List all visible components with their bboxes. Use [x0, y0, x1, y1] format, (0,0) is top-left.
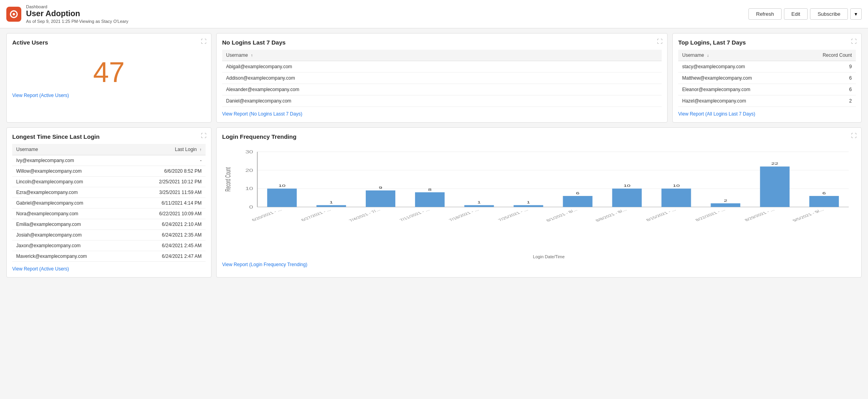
svg-text:2: 2	[724, 198, 727, 202]
table-row: Jaxon@examplecompany.com6/24/2021 2:45 A…	[12, 241, 206, 251]
sort-asc-icon: ↑	[251, 53, 253, 58]
svg-rect-31	[612, 188, 642, 207]
top-logins-expand-icon[interactable]: ⛶	[851, 38, 857, 45]
svg-text:7/11/2021 - ...: 7/11/2021 - ...	[398, 208, 430, 222]
page-title: User Adoption	[26, 9, 748, 18]
sort-desc-icon: ↓	[707, 53, 709, 58]
table-row: Emilia@examplecompany.com6/24/2021 2:10 …	[12, 219, 206, 230]
table-row: Matthew@examplecompany.com6	[678, 73, 856, 84]
table-row: stacy@examplecompany.com9	[678, 61, 856, 73]
top-logins-col-username: Username ↓	[678, 50, 798, 61]
top-logins-view-report[interactable]: View Report (All Logins Last 7 Days)	[678, 111, 755, 117]
svg-text:1: 1	[477, 200, 481, 204]
no-logins-table: Username ↑ Abigail@examplecompany.comAdd…	[222, 50, 662, 107]
login-frequency-title: Login Frequency Trending	[222, 133, 856, 140]
svg-rect-10	[267, 188, 297, 207]
top-logins-title: Top Logins, Last 7 Days	[678, 39, 856, 46]
svg-text:6/27/2021 - ...: 6/27/2021 - ...	[300, 208, 332, 222]
active-users-view-report[interactable]: View Report (Active Users)	[12, 93, 69, 98]
svg-text:20: 20	[245, 168, 253, 173]
table-row: Gabriel@examplecompany.com6/11/2021 4:14…	[12, 198, 206, 209]
longest-login-table: Username Last Login ↑ Ivy@examplecompany…	[12, 144, 206, 262]
no-logins-view-report[interactable]: View Report (No Logins Lasst 7 Days)	[222, 111, 302, 117]
logo-icon	[10, 10, 18, 18]
table-row: Ezra@examplecompany.com3/25/2021 11:59 A…	[12, 187, 206, 198]
svg-rect-40	[760, 166, 789, 207]
table-row: Nora@examplecompany.com6/22/2021 10:09 A…	[12, 209, 206, 219]
svg-text:7/25/2021 - ...: 7/25/2021 - ...	[497, 208, 529, 222]
subscribe-button[interactable]: Subscribe	[810, 8, 848, 20]
table-row: Addison@examplecompany.com	[222, 73, 662, 84]
no-logins-col-username: Username ↑	[222, 50, 662, 61]
svg-text:7/4/2021 - 7/...: 7/4/2021 - 7/...	[348, 208, 381, 222]
table-row: Alexander@examplecompany.com	[222, 84, 662, 95]
top-logins-card: Top Logins, Last 7 Days ⛶ Username ↓ Rec…	[672, 33, 862, 123]
svg-text:9/5/2021 - 9/...: 9/5/2021 - 9/...	[791, 208, 825, 222]
svg-rect-28	[563, 196, 593, 207]
edit-button[interactable]: Edit	[784, 8, 808, 20]
svg-text:9: 9	[379, 186, 382, 190]
longest-login-expand-icon[interactable]: ⛶	[201, 132, 206, 139]
svg-rect-13	[316, 205, 346, 207]
svg-rect-25	[514, 205, 543, 207]
svg-text:10: 10	[245, 186, 253, 191]
header: Dashboard User Adoption As of Sep 9, 202…	[0, 0, 868, 28]
table-row: Abigail@examplecompany.com	[222, 61, 662, 73]
last-login-sort-icon: ↑	[200, 147, 202, 152]
longest-login-card: Longest Time Since Last Login ⛶ Username…	[6, 127, 211, 278]
svg-text:10: 10	[623, 184, 630, 188]
app-logo	[6, 7, 21, 22]
longest-view-report[interactable]: View Report (Active Users)	[12, 266, 69, 272]
svg-text:1: 1	[527, 200, 530, 204]
svg-rect-16	[366, 190, 395, 207]
login-frequency-card: Login Frequency Trending ⛶ 0102030Record…	[216, 127, 862, 278]
svg-text:Record Count: Record Count	[224, 167, 232, 192]
table-row: Lincoln@examplecompany.com2/25/2021 10:1…	[12, 177, 206, 187]
active-users-count: 47	[12, 50, 206, 92]
table-row: Daniel@examplecompany.com	[222, 95, 662, 107]
svg-text:30: 30	[245, 150, 253, 154]
refresh-button[interactable]: Refresh	[748, 8, 782, 20]
table-row: Ivy@examplecompany.com-	[12, 155, 206, 166]
svg-text:8/15/2021 - ...: 8/15/2021 - ...	[645, 208, 677, 222]
dashboard-label: Dashboard	[26, 4, 748, 9]
header-title-block: Dashboard User Adoption As of Sep 9, 202…	[26, 4, 748, 24]
top-logins-table: Username ↓ Record Count stacy@examplecom…	[678, 50, 856, 107]
top-logins-col-count: Record Count	[798, 50, 856, 61]
svg-text:6: 6	[822, 191, 826, 195]
login-freq-expand-icon[interactable]: ⛶	[851, 132, 857, 139]
svg-text:10: 10	[279, 184, 286, 188]
svg-text:7/18/2021 - ...: 7/18/2021 - ...	[448, 208, 480, 222]
svg-rect-34	[661, 188, 691, 207]
no-logins-card: No Logins Last 7 Days ⛶ Username ↑ Abiga…	[216, 33, 668, 123]
active-users-expand-icon[interactable]: ⛶	[201, 38, 206, 45]
chart-x-axis-label: Login Date/Time	[242, 254, 856, 259]
svg-rect-43	[809, 196, 839, 207]
svg-rect-19	[415, 192, 445, 207]
svg-text:6: 6	[576, 191, 580, 195]
no-logins-expand-icon[interactable]: ⛶	[657, 38, 662, 45]
dropdown-button[interactable]: ▾	[850, 8, 862, 20]
header-subtitle: As of Sep 9, 2021 1:25 PM·Viewing as Sta…	[26, 19, 748, 24]
table-row: Willow@examplecompany.com6/6/2020 8:52 P…	[12, 166, 206, 177]
table-row: Eleanor@examplecompany.com6	[678, 84, 856, 95]
login-frequency-chart: 0102030Record Count106/20/2021 - ...16/2…	[222, 144, 856, 231]
main-content: Active Users ⛶ 47 View Report (Active Us…	[0, 28, 868, 282]
active-users-title: Active Users	[12, 39, 206, 46]
svg-text:0: 0	[249, 205, 253, 209]
longest-col-username: Username	[12, 144, 130, 155]
longest-col-last-login: Last Login ↑	[130, 144, 206, 155]
table-row: Josiah@examplecompany.com6/24/2021 2:35 …	[12, 230, 206, 241]
chart-container: 0102030Record Count106/20/2021 - ...16/2…	[222, 144, 856, 239]
login-freq-view-report[interactable]: View Report (Login Frequency Trending)	[222, 262, 307, 267]
active-users-card: Active Users ⛶ 47 View Report (Active Us…	[6, 33, 211, 123]
svg-text:8: 8	[428, 187, 432, 191]
svg-text:8/22/2021 - ...: 8/22/2021 - ...	[694, 208, 726, 222]
svg-text:10: 10	[673, 184, 680, 188]
longest-login-title: Longest Time Since Last Login	[12, 133, 206, 140]
svg-text:8/1/2021 - 8/...: 8/1/2021 - 8/...	[545, 208, 578, 222]
svg-text:6/20/2021 - ...: 6/20/2021 - ...	[251, 208, 282, 222]
svg-text:8/29/2021 - ...: 8/29/2021 - ...	[744, 208, 776, 222]
svg-text:22: 22	[771, 162, 778, 166]
no-logins-title: No Logins Last 7 Days	[222, 39, 662, 46]
